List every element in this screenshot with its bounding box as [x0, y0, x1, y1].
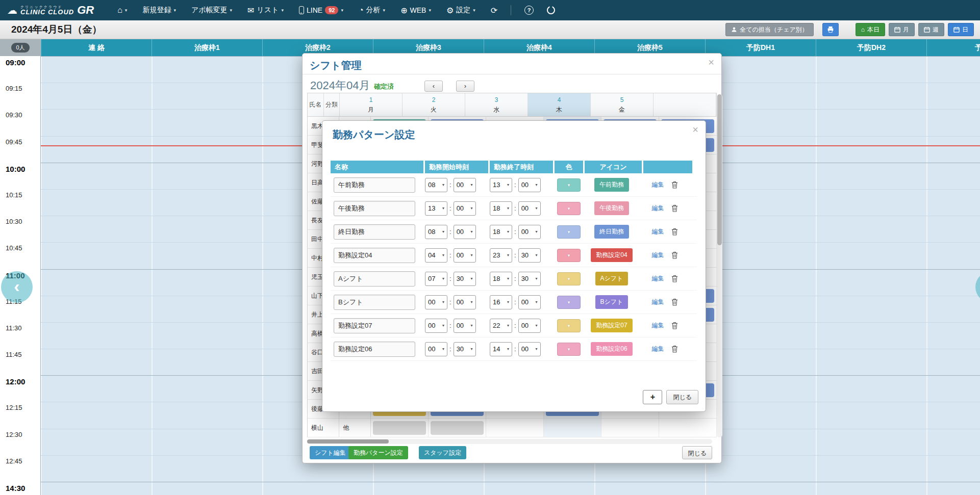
schedule-column-header[interactable]: 治療枠1 [152, 39, 262, 56]
start-minute-select[interactable]: 30▾ [454, 272, 476, 286]
color-picker-button[interactable]: ▾ [557, 249, 581, 262]
close-icon[interactable]: × [692, 124, 698, 136]
start-hour-select[interactable]: 08▾ [425, 178, 447, 192]
start-hour-select[interactable]: 00▾ [425, 295, 447, 309]
trash-icon[interactable] [671, 345, 678, 353]
edit-link[interactable]: 編集 [652, 204, 664, 213]
scrollbar-thumb[interactable] [717, 94, 722, 245]
schedule-column-header[interactable]: 予防 [926, 39, 980, 56]
trash-icon[interactable] [671, 251, 678, 259]
vertical-scrollbar[interactable] [717, 94, 722, 437]
horizontal-scrollbar[interactable] [307, 439, 712, 444]
shift-cell[interactable] [544, 419, 601, 437]
end-minute-select[interactable]: 00▾ [518, 178, 541, 192]
nav-home[interactable]: ⌂ ▾ [117, 6, 127, 15]
day-header-cell[interactable]: 5 金 [591, 93, 654, 116]
shift-cell[interactable] [371, 419, 429, 437]
pattern-name-input[interactable] [334, 271, 415, 286]
end-minute-select[interactable]: 00▾ [518, 201, 541, 216]
shift-cell[interactable] [659, 419, 717, 437]
pattern-name-input[interactable] [334, 318, 415, 333]
end-minute-select[interactable]: 00▾ [518, 295, 541, 309]
nav-apo-change[interactable]: アポ帳変更 ▾ [191, 6, 232, 15]
end-minute-select[interactable]: 00▾ [518, 225, 541, 239]
color-picker-button[interactable]: ▾ [557, 296, 581, 309]
edit-link[interactable]: 編集 [652, 180, 664, 189]
scroll-left-button[interactable]: ‹ [1, 271, 33, 303]
end-minute-select[interactable]: 30▾ [518, 248, 541, 263]
end-hour-select[interactable]: 16▾ [490, 295, 512, 309]
edit-link[interactable]: 編集 [652, 298, 664, 306]
trash-icon[interactable] [671, 298, 678, 306]
logout-button[interactable] [547, 6, 555, 14]
prev-month-button[interactable]: ‹ [424, 81, 443, 92]
refresh-button[interactable]: ⟳ [491, 6, 497, 15]
start-minute-select[interactable]: 00▾ [454, 225, 476, 239]
start-hour-select[interactable]: 04▾ [425, 248, 447, 263]
pattern-name-input[interactable] [334, 248, 415, 263]
pattern-name-input[interactable] [334, 177, 415, 193]
edit-link[interactable]: 編集 [652, 227, 664, 236]
day-header-cell[interactable]: 4 木 [528, 93, 591, 116]
edit-link[interactable]: 編集 [652, 251, 664, 259]
shift-edit-button[interactable]: シフト編集 [310, 446, 351, 459]
start-minute-select[interactable]: 00▾ [454, 295, 476, 309]
end-hour-select[interactable]: 18▾ [490, 272, 512, 286]
end-minute-select[interactable]: 00▾ [518, 342, 541, 356]
app-logo[interactable]: ☁ クリニッククラウド CLINIC CLOUD GR [7, 4, 94, 17]
color-picker-button[interactable]: ▾ [557, 272, 581, 285]
add-pattern-button[interactable]: + [643, 390, 662, 404]
shift-cell[interactable] [601, 419, 659, 437]
start-minute-select[interactable]: 00▾ [454, 248, 476, 263]
day-header-cell[interactable]: 2 火 [403, 93, 465, 116]
all-staff-button[interactable]: 全ての担当（チェア別） [725, 23, 813, 36]
shift-cell[interactable] [486, 419, 544, 437]
close-button[interactable]: 閉じる [682, 446, 712, 459]
end-hour-select[interactable]: 22▾ [490, 319, 512, 333]
trash-icon[interactable] [671, 204, 678, 212]
nav-list[interactable]: ✉ リスト ▾ [247, 6, 284, 15]
next-month-button[interactable]: › [456, 81, 474, 92]
edit-link[interactable]: 編集 [652, 345, 664, 353]
nav-settings[interactable]: ⚙ 設定 ▾ [446, 6, 475, 15]
color-picker-button[interactable]: ▾ [557, 319, 581, 332]
schedule-column-header[interactable]: 連 絡 [41, 39, 152, 56]
trash-icon[interactable] [671, 228, 678, 236]
start-hour-select[interactable]: 07▾ [425, 272, 447, 286]
color-picker-button[interactable]: ▾ [557, 343, 581, 356]
print-button[interactable] [822, 23, 839, 36]
pattern-name-input[interactable] [334, 224, 415, 240]
work-pattern-settings-button[interactable]: 勤務パターン設定 [348, 446, 408, 459]
edit-link[interactable]: 編集 [652, 274, 664, 283]
day-header-cell[interactable]: 3 水 [465, 93, 528, 116]
nav-analysis[interactable]: ◔ 分析 ▾ [359, 6, 385, 15]
schedule-column-header[interactable]: 予防DH2 [816, 39, 926, 56]
end-minute-select[interactable]: 30▾ [518, 272, 541, 286]
start-hour-select[interactable]: 00▾ [425, 319, 447, 333]
day-header-cell[interactable] [654, 93, 716, 116]
help-button[interactable]: ? [524, 6, 534, 15]
scrollbar-thumb[interactable] [307, 439, 389, 444]
trash-icon[interactable] [671, 181, 678, 189]
day-view-button[interactable]: 日 [948, 23, 974, 36]
schedule-column-header[interactable]: 予防DH1 [705, 39, 816, 56]
shift-cell[interactable] [429, 419, 486, 437]
nav-web[interactable]: ⊕ WEB ▾ [400, 6, 431, 15]
month-view-button[interactable]: 月 [889, 23, 915, 36]
start-hour-select[interactable]: 13▾ [425, 201, 447, 216]
close-button[interactable]: 閉じる [666, 390, 698, 404]
staff-settings-button[interactable]: スタッフ設定 [419, 446, 466, 459]
start-minute-select[interactable]: 00▾ [454, 178, 476, 192]
start-hour-select[interactable]: 08▾ [425, 225, 447, 239]
end-minute-select[interactable]: 00▾ [518, 319, 541, 333]
end-hour-select[interactable]: 18▾ [490, 201, 512, 216]
end-hour-select[interactable]: 14▾ [490, 342, 512, 356]
trash-icon[interactable] [671, 322, 678, 329]
start-minute-select[interactable]: 00▾ [454, 319, 476, 333]
pattern-name-input[interactable] [334, 295, 415, 310]
color-picker-button[interactable]: ▾ [557, 178, 581, 192]
end-hour-select[interactable]: 23▾ [490, 248, 512, 263]
edit-link[interactable]: 編集 [652, 321, 664, 330]
trash-icon[interactable] [671, 275, 678, 282]
color-picker-button[interactable]: ▾ [557, 225, 581, 239]
